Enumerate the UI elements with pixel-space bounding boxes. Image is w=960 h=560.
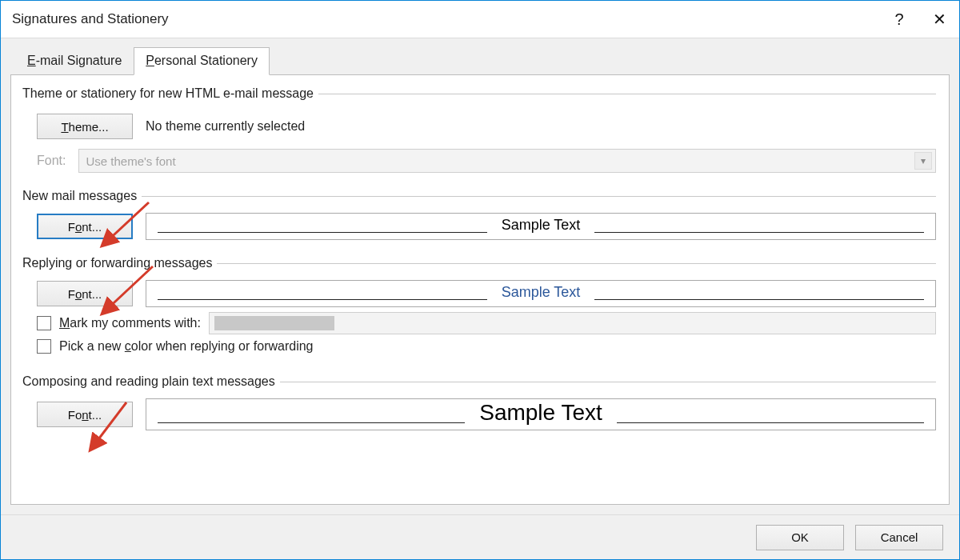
dialog-footer: OK Cancel (1, 514, 959, 559)
tabstrip: E-mail Signature Personal Stationery (10, 46, 950, 74)
sample-plain-text: Sample Text (146, 398, 936, 430)
sample-new-mail-text: Sample Text (487, 217, 595, 234)
font-button-new-mail[interactable]: Font... (37, 214, 133, 239)
help-icon: ? (894, 10, 903, 29)
ok-button[interactable]: OK (756, 525, 844, 550)
group-new-mail: New mail messages Font... Sample Text (24, 189, 936, 246)
panel-personal-stationery: Theme or stationery for new HTML e-mail … (10, 74, 950, 505)
redacted-name (214, 316, 334, 330)
theme-button[interactable]: Theme... (37, 114, 133, 139)
sample-plain-text-text: Sample Text (465, 400, 617, 426)
sample-new-mail: Sample Text (146, 213, 936, 240)
group-new-mail-legend: New mail messages (22, 189, 142, 203)
font-button-reply[interactable]: Font... (37, 281, 133, 306)
sample-reply-text: Sample Text (487, 284, 595, 301)
checkbox-mark-comments[interactable] (37, 316, 51, 330)
sample-reply: Sample Text (146, 280, 936, 307)
window-title: Signatures and Stationery (12, 11, 169, 27)
tab-personal-stationery[interactable]: Personal Stationery (134, 47, 270, 75)
dialog-signatures-stationery: Signatures and Stationery ? ✕ E-mail Sig… (0, 0, 960, 560)
label-pick-color: Pick a new color when replying or forwar… (59, 339, 313, 354)
chevron-down-icon: ▾ (914, 152, 932, 170)
cancel-button[interactable]: Cancel (855, 525, 943, 550)
help-button[interactable]: ? (879, 3, 919, 35)
label-mark-comments: Mark my comments with: (59, 316, 201, 330)
group-plain-text-legend: Composing and reading plain text message… (22, 374, 280, 389)
group-plain-text: Composing and reading plain text message… (24, 374, 936, 437)
close-button[interactable]: ✕ (919, 3, 959, 35)
client-area: E-mail Signature Personal Stationery The… (1, 38, 959, 514)
group-theme: Theme or stationery for new HTML e-mail … (24, 86, 936, 179)
group-reply-legend: Replying or forwarding messages (22, 256, 217, 270)
font-button-plain-text[interactable]: Font... (37, 402, 133, 427)
group-theme-legend: Theme or stationery for new HTML e-mail … (22, 86, 318, 101)
theme-font-label: Font: (37, 154, 66, 168)
group-reply: Replying or forwarding messages Font... … (24, 256, 936, 365)
close-icon: ✕ (933, 10, 946, 29)
theme-font-value: Use theme's font (86, 154, 175, 168)
titlebar: Signatures and Stationery ? ✕ (1, 1, 959, 38)
tab-email-signature[interactable]: E-mail Signature (15, 47, 134, 75)
mark-comments-name-field (209, 312, 936, 334)
theme-status: No theme currently selected (146, 119, 305, 134)
theme-font-dropdown: Use theme's font ▾ (78, 149, 936, 173)
checkbox-pick-color[interactable] (37, 339, 51, 354)
